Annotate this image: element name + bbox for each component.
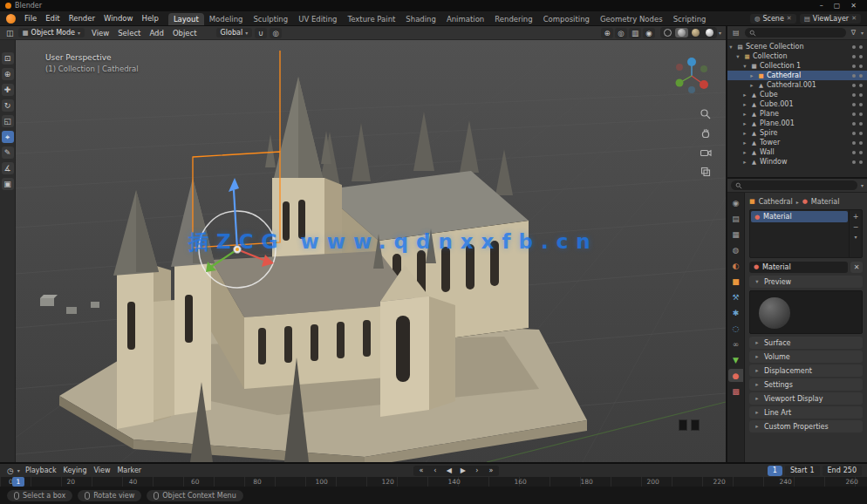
slot-specials-icon[interactable]: ▾ (854, 234, 857, 240)
render-properties-tab[interactable]: ◉ (728, 196, 743, 209)
expand-arrow-icon[interactable]: ▸ (748, 72, 755, 79)
workspace-tab[interactable]: Texture Paint (343, 13, 401, 25)
object-properties-tab[interactable]: ■ (728, 275, 743, 288)
proportional-edit-toggle[interactable]: ◎ (270, 28, 282, 38)
data-properties-tab[interactable]: ▼ (728, 353, 743, 366)
shading-dropdown-icon[interactable]: ▾ (719, 30, 721, 36)
jump-to-end-button[interactable]: » (485, 466, 497, 476)
frame-end-field[interactable]: End250 (823, 466, 862, 476)
menubar-menu[interactable]: Edit (41, 13, 64, 24)
playhead[interactable]: 1 (12, 477, 24, 487)
outliner-row[interactable]: ▸ ▲ Wall (727, 147, 867, 157)
panel-section[interactable]: ▸ Line Art (749, 406, 863, 419)
outliner-row[interactable]: ▸ ■ Cathedral (727, 71, 867, 80)
disable-in-render-toggle[interactable] (859, 65, 863, 68)
scale-tool[interactable]: ◱ (2, 115, 14, 127)
add-cube-tool[interactable]: ▣ (2, 178, 14, 190)
expand-arrow-icon[interactable]: ▸ (741, 159, 748, 166)
unlink-material-button[interactable]: ✕ (850, 262, 863, 273)
outliner-row[interactable]: ▸ ▲ Spire (727, 128, 867, 138)
output-properties-tab[interactable]: ▤ (728, 212, 743, 225)
shading-material-button[interactable] (689, 28, 702, 37)
viewport-menu[interactable]: Object (168, 28, 201, 38)
expand-arrow-icon[interactable]: ▸ (741, 92, 748, 99)
expand-arrow-icon[interactable]: ▸ (741, 111, 748, 118)
disable-in-render-toggle[interactable] (859, 45, 863, 49)
expand-arrow-icon[interactable]: ▸ (741, 149, 748, 156)
jump-to-start-button[interactable]: « (415, 466, 427, 476)
hide-in-viewport-toggle[interactable] (852, 55, 856, 58)
next-keyframe-button[interactable]: › (471, 466, 483, 476)
scene-selector[interactable]: ◍ Scene ✕ (750, 14, 796, 24)
annotate-tool[interactable]: ✎ (2, 146, 14, 159)
hide-in-viewport-toggle[interactable] (852, 141, 856, 145)
zoom-icon[interactable] (700, 108, 712, 120)
material-name-field[interactable]: ● Material (749, 262, 848, 273)
expand-arrow-icon[interactable]: ▾ (734, 53, 741, 60)
remove-slot-button[interactable]: − (853, 223, 859, 231)
hide-in-viewport-toggle[interactable] (852, 112, 856, 116)
panel-section[interactable]: ▸ Volume (749, 351, 863, 363)
navigation-gizmo[interactable] (668, 52, 715, 99)
hide-in-viewport-toggle[interactable] (852, 65, 856, 68)
disable-in-render-toggle[interactable] (859, 84, 863, 87)
unlink-view-layer-icon[interactable]: ✕ (851, 15, 857, 22)
chevron-down-icon[interactable]: ▾ (861, 30, 864, 36)
timeline-menu[interactable]: View (90, 467, 113, 474)
orientation-dropdown[interactable]: Global ▾ (216, 28, 253, 37)
workspace-tab[interactable]: Shading (400, 13, 441, 25)
workspace-tab[interactable]: Animation (441, 13, 489, 25)
play-reverse-button[interactable]: ◀ (443, 466, 455, 476)
shading-wireframe-button[interactable] (661, 28, 674, 37)
expand-arrow-icon[interactable]: ▸ (741, 120, 748, 127)
blender-logo-icon[interactable] (6, 14, 16, 24)
viewport-menu[interactable]: Select (113, 28, 145, 38)
hide-in-viewport-toggle[interactable] (852, 122, 856, 126)
panel-section[interactable]: ▸ Surface (749, 337, 863, 349)
menubar-menu[interactable]: File (20, 13, 41, 24)
panel-section[interactable]: ▸ Displacement (749, 364, 863, 377)
panel-section[interactable]: ▸ Settings (749, 378, 863, 391)
hide-in-viewport-toggle[interactable] (852, 93, 856, 97)
outliner-row[interactable]: ▸ ▲ Window (727, 157, 867, 167)
outliner-row[interactable]: ▸ ▲ Plane.001 (727, 119, 867, 128)
particles-properties-tab[interactable]: ✱ (728, 306, 743, 319)
workspace-tab[interactable]: Geometry Nodes (595, 13, 668, 25)
show-gizmos-toggle[interactable]: ⊕ (601, 28, 613, 38)
hide-in-viewport-toggle[interactable] (852, 132, 856, 135)
transform-tool[interactable]: ⌖ (2, 131, 14, 143)
unlink-scene-icon[interactable]: ✕ (787, 15, 792, 22)
measure-tool[interactable]: ∡ (2, 162, 14, 174)
expand-arrow-icon[interactable]: ▸ (741, 130, 748, 137)
outliner-row[interactable]: ▾ ▦ Collection 1 (727, 61, 867, 71)
properties-search-input[interactable] (731, 180, 857, 190)
material-slot[interactable]: ● Material (751, 211, 848, 222)
disable-in-render-toggle[interactable] (859, 141, 863, 145)
outliner-row[interactable]: ▸ ▲ Cube.001 (727, 99, 867, 109)
panel-section-preview[interactable]: ▾ Preview (749, 276, 863, 288)
hide-in-viewport-toggle[interactable] (852, 103, 856, 106)
minimize-button[interactable]: – (820, 2, 823, 10)
select-box-tool[interactable]: ⊡ (2, 52, 14, 65)
editor-type-icon[interactable]: ▤ (731, 29, 741, 37)
chevron-down-icon[interactable]: ▾ (861, 182, 864, 188)
panel-section[interactable]: ▸ Viewport Display (749, 392, 863, 405)
menubar-menu[interactable]: Help (137, 13, 162, 24)
texture-properties-tab[interactable]: ▩ (728, 385, 743, 398)
world-properties-tab[interactable]: ◐ (728, 259, 743, 272)
timeline-menu[interactable]: Marker (113, 467, 145, 474)
outliner-search-input[interactable] (745, 28, 846, 37)
workspace-tab[interactable]: Layout (168, 13, 204, 25)
prev-keyframe-button[interactable]: ‹ (429, 466, 441, 476)
rotate-tool[interactable]: ↻ (2, 99, 14, 112)
shading-rendered-button[interactable] (703, 28, 716, 37)
material-properties-tab[interactable]: ● (728, 369, 743, 382)
cursor-tool[interactable]: ⊕ (2, 68, 14, 80)
scene-properties-tab[interactable]: ◍ (728, 243, 743, 256)
shading-solid-button[interactable] (675, 28, 688, 37)
disable-in-render-toggle[interactable] (859, 132, 863, 135)
snap-magnet-toggle[interactable]: ∪ (255, 28, 267, 38)
editor-type-icon[interactable]: ◫ (4, 29, 16, 37)
frame-start-field[interactable]: Start1 (785, 466, 820, 476)
workspace-tab[interactable]: Modeling (204, 13, 249, 25)
